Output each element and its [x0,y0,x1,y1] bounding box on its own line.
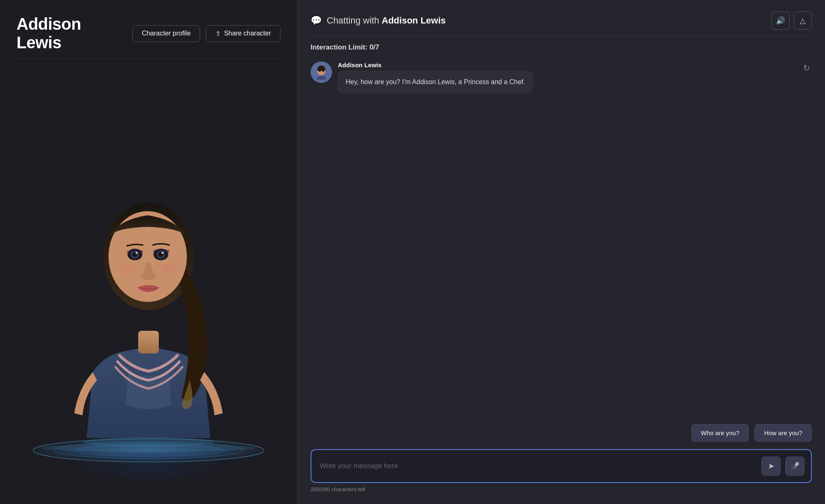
svg-rect-6 [138,331,159,353]
share-character-button[interactable]: ⇧ Share character [206,25,280,42]
chat-title-area: 💬 Chatting with Addison Lewis [311,15,446,26]
character-illustration [29,116,268,488]
mic-button[interactable]: 🎤̸ [785,457,804,476]
chat-header: 💬 Chatting with Addison Lewis 🔊 △ [311,12,812,37]
report-button[interactable]: △ [794,12,812,30]
left-panel: Addison Lewis Character profile ⇧ Share … [0,0,297,504]
char-count: 200/200 characters left [311,486,812,492]
chat-bubble-icon: 💬 [311,15,322,26]
suggestion-chips: Who are you? How are you? [311,424,812,442]
chat-messages[interactable]: Addison Lewis Hey, how are you? I'm Addi… [311,61,812,424]
chat-title: Chatting with Addison Lewis [327,15,446,26]
chip-who-are-you[interactable]: Who are you? [691,424,749,442]
warning-icon: △ [800,16,806,25]
chat-header-actions: 🔊 △ [771,12,812,30]
right-panel: 💬 Chatting with Addison Lewis 🔊 △ Intera… [297,0,825,504]
svg-point-18 [160,264,177,274]
character-title: Addison Lewis [16,15,119,52]
message-input-area: ➤ 🎤̸ [311,449,812,483]
message-wrapper: Addison Lewis Hey, how are you? I'm Addi… [311,61,812,93]
header-buttons: Character profile ⇧ Share character [132,25,280,42]
message-row: Addison Lewis Hey, how are you? I'm Addi… [311,61,533,93]
mic-off-icon: 🎤̸ [790,462,799,471]
svg-point-12 [136,252,138,254]
svg-point-23 [318,69,321,72]
share-icon: ⇧ [215,30,221,38]
character-image-area [16,59,280,488]
message-content: Addison Lewis Hey, how are you? I'm Addi… [338,61,533,93]
retry-button[interactable]: ↻ [801,61,812,75]
left-header: Addison Lewis Character profile ⇧ Share … [16,15,280,52]
audio-button[interactable]: 🔊 [771,12,790,30]
message-sender-name: Addison Lewis [338,61,533,68]
svg-point-19 [82,437,214,447]
message-bubble: Hey, how are you? I'm Addison Lewis, a P… [338,71,533,93]
character-avatar [311,61,332,83]
svg-point-17 [120,264,136,274]
svg-point-16 [162,252,164,254]
character-profile-button[interactable]: Character profile [132,25,200,42]
send-icon: ➤ [768,462,774,471]
send-button[interactable]: ➤ [761,457,780,476]
message-input[interactable] [320,462,757,470]
svg-point-24 [322,69,324,72]
interaction-limit: Interaction Limit: 0/7 [311,43,812,52]
audio-icon: 🔊 [776,16,785,25]
chip-how-are-you[interactable]: How are you? [754,424,812,442]
